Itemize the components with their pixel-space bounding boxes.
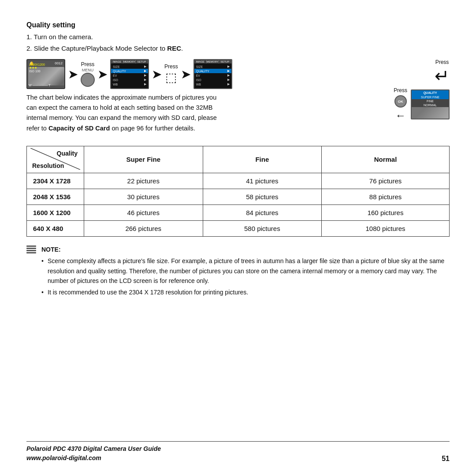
cam-bottom: W ————— T: [29, 84, 51, 87]
description: The chart below indicates the approximat…: [26, 93, 220, 134]
arrow-1: ➤: [68, 67, 78, 82]
note-line-1: [26, 245, 36, 247]
fi-2048: 58 pictures: [203, 189, 322, 205]
press-down-block: Press ↵: [435, 59, 450, 85]
corner-cell: Quality Resolution: [27, 146, 84, 173]
tab-setup-2: SETUP: [219, 60, 231, 63]
corner-quality-label: Quality: [57, 150, 78, 157]
table-body: 2304 X 1728 22 pictures 41 pictures 76 p…: [27, 173, 450, 236]
res-2048: 2048 X 1536: [27, 189, 84, 205]
quality-superfine: SUPER FINE: [412, 95, 449, 99]
menu-iso: ISO▶: [111, 78, 148, 82]
steps: 1. Turn on the camera. 2. Slide the Capt…: [26, 32, 450, 55]
menu-items: SIZE▶ QUALITY▶ EV▶ ISO▶ WB▶: [111, 63, 148, 88]
col-superfine: Super Fine: [84, 146, 203, 173]
quality-table: Quality Resolution Super Fine Fine Norma…: [26, 146, 450, 237]
footer-left: Polaroid PDC 4370 Digital Camera User Gu…: [26, 444, 161, 463]
step-1: 1. Turn on the camera.: [26, 32, 450, 42]
enter-arrow-icon: ↵: [435, 67, 450, 85]
content-right: Press ↵ Press OK ← QUALITY SUPER FINE FI…: [344, 59, 450, 140]
note-title: NOTE:: [41, 245, 450, 254]
quality-normal: NORMAL: [412, 103, 449, 107]
ok-button: OK: [394, 95, 407, 108]
press-menu-area: Press MENU: [81, 61, 95, 87]
quality-title: QUALITY: [412, 90, 449, 95]
table-row: 640 X 480 266 pictures 580 pictures 1080…: [27, 220, 450, 236]
sf-2048: 30 pictures: [84, 189, 203, 205]
table-row: 2304 X 1728 22 pictures 41 pictures 76 p…: [27, 173, 450, 189]
press-label-4: Press: [394, 87, 407, 93]
menu-wb: WB▶: [111, 82, 148, 86]
fi-1600: 84 pictures: [203, 205, 322, 220]
content-left: 🔔 0012 1600X1200 ★★★ ISO 100 W ————— T ➤: [26, 59, 335, 140]
menu-screen-2: IMAGE MEMORY SETUP SIZE▶ QUALITY▶ EV▶ IS…: [193, 59, 232, 89]
menu-items-2: SIZE▶ QUALITY▶ EV▶ ISO▶ WB▶: [194, 63, 231, 88]
col-normal: Normal: [322, 146, 450, 173]
note-section: NOTE: Scene complexity affects a picture…: [26, 245, 450, 299]
section-title: Quality setting: [26, 21, 450, 29]
cursor-icon: ⬚: [165, 70, 177, 85]
note-bullets: Scene complexity affects a picture's fil…: [41, 256, 450, 298]
no-2048: 88 pictures: [322, 189, 450, 205]
cam-number: 0012: [55, 61, 63, 65]
page: Quality setting 1. Turn on the camera. 2…: [0, 0, 476, 476]
no-2304: 76 pictures: [322, 173, 450, 189]
menu-size-2: SIZE▶: [194, 64, 231, 69]
fi-640: 580 pictures: [203, 220, 322, 236]
tab-setup: SETUP: [136, 60, 148, 63]
quality-fine: FINE: [412, 99, 449, 103]
quality-preview: [412, 107, 449, 119]
menu-size: SIZE▶: [111, 64, 148, 69]
no-1600: 160 pictures: [322, 205, 450, 220]
menu-tabs: IMAGE MEMORY SETUP: [111, 60, 148, 63]
menu-label: MENU: [82, 68, 94, 72]
camera-screen: 🔔 0012 1600X1200 ★★★ ISO 100 W ————— T: [26, 59, 65, 89]
note-line-3: [26, 250, 36, 251]
footer-title: Polaroid PDC 4370 Digital Camera User Gu…: [26, 444, 161, 454]
tab-memory-2: MEMORY: [207, 60, 219, 63]
arrow-2: ➤: [97, 67, 108, 82]
footer-page-number: 51: [442, 455, 450, 463]
press-ok-area: Press OK ←: [394, 87, 407, 122]
quality-items: SUPER FINE FINE NORMAL: [412, 95, 449, 107]
note-line-2: [26, 248, 36, 249]
step-2: 2. Slide the Capture/Playback Mode Selec…: [26, 43, 450, 54]
table-row: 1600 X 1200 46 pictures 84 pictures 160 …: [27, 205, 450, 220]
sf-1600: 46 pictures: [84, 205, 203, 220]
cam-res: 1600X1200: [29, 63, 45, 66]
note-line-4: [26, 252, 36, 253]
res-2304: 2304 X 1728: [27, 173, 84, 189]
arrow-3: ➤: [152, 67, 162, 82]
note-icon: [26, 245, 36, 299]
no-640: 1080 pictures: [322, 220, 450, 236]
note-bullet-2: It is recommended to use the 2304 X 1728…: [41, 287, 450, 297]
tab-memory: MEMORY: [123, 60, 136, 63]
press-label-1: Press: [81, 61, 95, 67]
fi-2304: 41 pictures: [203, 173, 322, 189]
menu-wb-2: WB▶: [194, 82, 231, 86]
content-split: 🔔 0012 1600X1200 ★★★ ISO 100 W ————— T ➤: [26, 59, 450, 140]
sf-2304: 22 pictures: [84, 173, 203, 189]
res-1600: 1600 X 1200: [27, 205, 84, 220]
left-arrow-icon: ←: [395, 109, 406, 122]
col-fine: Fine: [203, 146, 322, 173]
menu-button: [81, 73, 95, 87]
quality-screen: QUALITY SUPER FINE FINE NORMAL: [411, 89, 450, 119]
tab-image-2: IMAGE: [194, 60, 207, 63]
diagram-row1: 🔔 0012 1600X1200 ★★★ ISO 100 W ————— T ➤: [26, 59, 335, 89]
sf-640: 266 pictures: [84, 220, 203, 236]
note-content: NOTE: Scene complexity affects a picture…: [41, 245, 450, 299]
res-640: 640 X 480: [27, 220, 84, 236]
menu-quality: QUALITY▶: [111, 69, 148, 73]
press-label-3: Press: [435, 59, 449, 65]
arrow-4: ➤: [181, 67, 191, 82]
menu-screen-1: IMAGE MEMORY SETUP SIZE▶ QUALITY▶ EV▶ IS…: [110, 59, 149, 89]
press-cursor-area: Press ⬚: [164, 63, 178, 85]
table-row: 2048 X 1536 30 pictures 58 pictures 88 p…: [27, 189, 450, 205]
quality-row: Press OK ← QUALITY SUPER FINE FINE NORMA…: [394, 87, 450, 122]
footer-url: www.polaroid-digital.com: [26, 454, 161, 463]
menu-ev: EV▶: [111, 73, 148, 78]
cam-iso: ISO 100: [29, 70, 45, 73]
press-label-2: Press: [164, 63, 178, 70]
corner-resolution-label: Resolution: [32, 162, 64, 169]
